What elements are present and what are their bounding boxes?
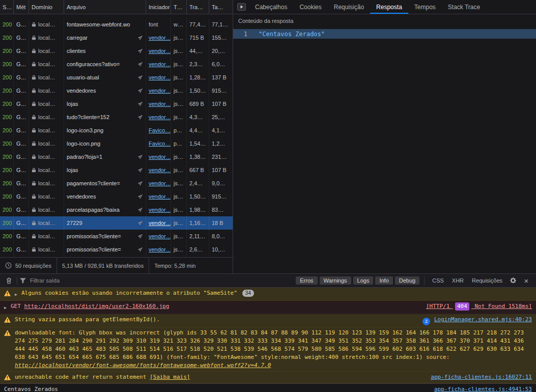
clear-console-trash-icon[interactable] <box>3 275 14 286</box>
initiator-link[interactable]: vendor… <box>149 246 171 253</box>
expand-caret-icon[interactable]: ▶ <box>4 302 11 312</box>
initiator-link[interactable]: vendor… <box>149 154 171 160</box>
filter-button-warnings[interactable]: Warnings <box>320 276 351 285</box>
table-row[interactable]: 200G…local…padrao?loja=1vendor…js…1,38…2… <box>0 150 233 163</box>
status-code: 200 <box>0 216 14 230</box>
domain-text: local… <box>38 74 55 80</box>
console-settings-gear-icon[interactable] <box>507 275 519 286</box>
request-url-link[interactable]: http://localhost/dist/img/user2-160x160.… <box>24 303 170 310</box>
column-header-domain[interactable]: Domínio <box>29 0 64 14</box>
initiator-link[interactable]: vendor… <box>149 180 171 186</box>
initiator-link[interactable]: vendor… <box>149 167 171 173</box>
table-row[interactable]: 200G…local…fontawesome-webfont.wofontw…7… <box>0 18 233 31</box>
tab-tempos[interactable]: Tempos <box>408 0 442 14</box>
tab-cookies[interactable]: Cookies <box>293 0 327 14</box>
status-code: 200 <box>0 190 14 203</box>
console-message: Centavos Zeradosapp-ficha-clientes.js:49… <box>0 383 536 392</box>
initiator-link[interactable]: vendor… <box>149 74 171 80</box>
initiator-link[interactable]: vendor… <box>149 114 171 120</box>
column-header-type[interactable]: T… <box>171 0 187 14</box>
table-row[interactable]: 200G…local…promissorias?cliente=vendor…j… <box>0 243 233 256</box>
request-type: js… <box>171 31 187 44</box>
message-link[interactable]: [Saiba mais] <box>150 374 190 380</box>
message-source: app-ficha-clientes.js:4941:53 <box>434 385 532 392</box>
expand-caret-icon[interactable]: ▶ <box>15 289 21 299</box>
request-initiator: vendor… <box>146 150 171 163</box>
warning-icon <box>4 316 12 323</box>
lock-icon <box>32 35 36 40</box>
send-request-icon <box>135 207 143 213</box>
initiator-link[interactable]: vendor… <box>149 61 171 67</box>
request-method: G… <box>14 84 29 97</box>
table-row[interactable]: 200G…local…27229vendor…js…1,16…18 B <box>0 216 233 230</box>
table-row[interactable]: 200G…local…tudo?cliente=152vendor…js…4,3… <box>0 110 233 124</box>
detail-tab-bar: Cabeçalhos Cookies Requisição Resposta T… <box>233 0 536 14</box>
http-status[interactable]: [HTTP/1 404 Not Found 1518ms] <box>426 302 532 311</box>
table-row[interactable]: 200G…local…lojasvendor…js…667 B107 B <box>0 163 233 177</box>
message-source: app-ficha-clientes.js:16027:11 <box>431 373 532 381</box>
close-console-icon[interactable]: × <box>521 275 532 286</box>
filter-button-xhr[interactable]: XHR <box>449 276 467 285</box>
status-prefix: [HTTP/1 <box>426 303 453 310</box>
request-method: G… <box>14 216 29 230</box>
table-row[interactable]: 200G…local…usuario-atualvendor…js…1,28…1… <box>0 71 233 84</box>
filter-input[interactable] <box>29 277 126 284</box>
column-header-initiator[interactable]: Iniciador <box>146 0 171 14</box>
message-link[interactable]: http://localhost/vendor/font-awesome/fon… <box>15 362 271 369</box>
filter-button-info[interactable]: Info <box>375 276 392 285</box>
table-row[interactable]: 200G…local…carregarvendor…js…715 B155… <box>0 31 233 44</box>
request-method-label: GET <box>11 303 24 310</box>
request-type: js… <box>171 71 187 84</box>
source-location-link[interactable]: app-ficha-clientes.js:4941:53 <box>434 386 532 392</box>
column-header-transferred[interactable]: Tra… <box>187 0 209 14</box>
request-type: js… <box>171 97 187 110</box>
column-header-size[interactable]: Ta… <box>209 0 233 14</box>
response-code-area[interactable]: 1 "Centavos Zerados" <box>233 27 536 273</box>
lock-icon <box>32 75 36 80</box>
filter-button-css[interactable]: CSS <box>429 276 447 285</box>
table-row[interactable]: 200G…local…vendedoresvendor…js…1,50…915… <box>0 84 233 97</box>
filter-button-logs[interactable]: Logs <box>353 276 374 285</box>
table-row[interactable]: 200G…local…logo-icon.pngFavico…p…1,54…1,… <box>0 137 233 150</box>
tab-stack-trace[interactable]: Stack Trace <box>442 0 486 14</box>
table-row[interactable]: 200G…local…pagamentos?cliente=vendor…js…… <box>0 177 233 190</box>
initiator-link[interactable]: vendor… <box>149 220 171 226</box>
initiator-link[interactable]: vendor… <box>149 101 171 107</box>
filter-button-debug[interactable]: Debug <box>395 276 419 285</box>
table-row[interactable]: 200G…local…configuracoes?ativo=vendor…js… <box>0 58 233 71</box>
initiator-link[interactable]: vendor… <box>149 193 171 200</box>
status-code: 200 <box>0 150 14 163</box>
column-header-method[interactable]: Mét <box>14 0 29 14</box>
source-location-link[interactable]: app-ficha-clientes.js:16027:11 <box>431 374 532 380</box>
initiator-link[interactable]: vendor… <box>149 88 171 94</box>
filter-button-requisicoes[interactable]: Requisições <box>469 276 505 285</box>
filter-button-erros[interactable]: Erros <box>296 276 317 285</box>
request-initiator: vendor… <box>146 243 171 256</box>
file-name: logo-icon3.png <box>67 127 103 133</box>
table-row[interactable]: 200G…local…vendedoresvendor…js…1,50…915… <box>0 190 233 203</box>
table-row[interactable]: 200G…local…parcelaspagas?baixavendor…js…… <box>0 203 233 216</box>
initiator-link[interactable]: vendor… <box>149 207 171 213</box>
response-code-line[interactable]: 1 "Centavos Zerados" <box>233 29 536 39</box>
table-row[interactable]: 200G…local…lojasvendor…js…689 B107 B <box>0 97 233 110</box>
request-size: 915… <box>209 190 233 203</box>
column-header-file[interactable]: Arquivo <box>64 0 146 14</box>
initiator-link[interactable]: vendor… <box>149 35 171 41</box>
column-header-status[interactable]: S… <box>0 0 14 14</box>
request-transferred: 1,98… <box>187 203 209 216</box>
initiator-link[interactable]: Favico… <box>149 127 171 133</box>
table-row[interactable]: 200G…local…clientesvendor…js…44,…20,… <box>0 44 233 58</box>
table-row[interactable]: 200G…local…promissorias?cliente=vendor…j… <box>0 230 233 243</box>
request-method: G… <box>14 137 29 150</box>
tab-cabecalhos[interactable]: Cabeçalhos <box>249 0 293 14</box>
table-row[interactable]: 200G…local…logo-icon3.pngFavico…p…4,4…4,… <box>0 124 233 137</box>
tab-requisicao[interactable]: Requisição <box>328 0 370 14</box>
request-initiator: font <box>146 18 171 31</box>
source-location-link[interactable]: LoginManager.shared.mjs:40:23 <box>434 316 532 323</box>
initiator-link[interactable]: vendor… <box>149 233 171 239</box>
initiator-link[interactable]: vendor… <box>149 48 171 54</box>
performance-analysis-play-icon[interactable] <box>235 0 249 14</box>
initiator-link[interactable]: Favico… <box>149 141 171 147</box>
request-file: vendedores <box>64 190 146 203</box>
tab-resposta[interactable]: Resposta <box>370 0 408 14</box>
